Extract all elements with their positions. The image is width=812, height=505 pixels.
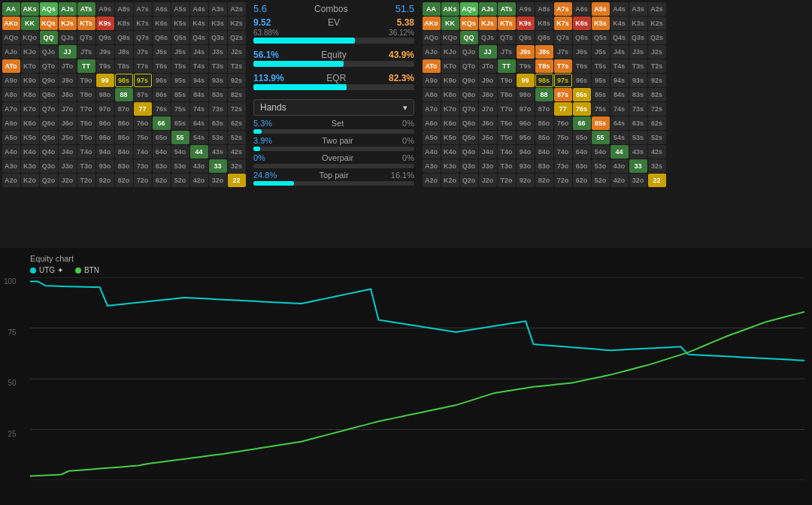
- left-cell-6-11[interactable]: 83s: [209, 88, 227, 101]
- right-cell-0-11[interactable]: A3s: [629, 2, 647, 16]
- left-cell-2-6[interactable]: Q8s: [115, 31, 133, 44]
- left-cell-12-1[interactable]: K2o: [21, 174, 39, 187]
- right-cell-12-9[interactable]: 52o: [592, 174, 610, 187]
- right-cell-5-11[interactable]: 93s: [629, 74, 647, 87]
- right-cell-6-0[interactable]: A8o: [423, 88, 441, 101]
- right-cell-9-5[interactable]: 95o: [517, 131, 535, 144]
- right-cell-9-9[interactable]: 55: [592, 131, 610, 144]
- left-cell-7-3[interactable]: J7o: [59, 102, 77, 116]
- left-cell-10-2[interactable]: Q4o: [40, 145, 58, 159]
- right-cell-10-7[interactable]: 74o: [554, 145, 572, 159]
- right-cell-5-4[interactable]: T9o: [498, 74, 516, 87]
- left-cell-8-8[interactable]: 66: [153, 116, 171, 130]
- right-cell-9-11[interactable]: 53s: [629, 131, 647, 144]
- right-cell-3-10[interactable]: J4s: [611, 45, 629, 59]
- left-cell-10-1[interactable]: K4o: [21, 145, 39, 159]
- left-cell-6-6[interactable]: 88: [115, 88, 133, 101]
- right-cell-11-7[interactable]: 73o: [554, 159, 572, 173]
- right-cell-12-0[interactable]: A2o: [423, 174, 441, 187]
- right-cell-12-3[interactable]: J2o: [479, 174, 497, 187]
- left-cell-3-12[interactable]: J2s: [228, 45, 246, 59]
- right-cell-6-6[interactable]: 88: [535, 88, 553, 101]
- left-cell-11-2[interactable]: Q3o: [40, 159, 58, 173]
- right-cell-10-0[interactable]: A4o: [423, 145, 441, 159]
- right-cell-8-4[interactable]: T6o: [498, 116, 516, 130]
- left-cell-2-5[interactable]: Q9s: [96, 31, 114, 44]
- left-cell-5-4[interactable]: T9o: [77, 74, 95, 87]
- right-cell-10-3[interactable]: J4o: [479, 145, 497, 159]
- left-cell-3-5[interactable]: J9s: [96, 45, 114, 59]
- right-cell-8-9[interactable]: 65s: [592, 116, 610, 130]
- left-cell-10-12[interactable]: 42s: [228, 145, 246, 159]
- right-cell-8-3[interactable]: J6o: [479, 116, 497, 130]
- left-cell-12-9[interactable]: 52o: [171, 174, 189, 187]
- left-cell-1-9[interactable]: K5s: [171, 17, 189, 30]
- left-cell-8-6[interactable]: 86o: [115, 116, 133, 130]
- left-cell-4-6[interactable]: T8s: [115, 59, 133, 73]
- right-cell-6-5[interactable]: 98o: [517, 88, 535, 101]
- right-cell-6-9[interactable]: 85s: [592, 88, 610, 101]
- left-cell-3-11[interactable]: J3s: [209, 45, 227, 59]
- left-cell-7-8[interactable]: 76s: [153, 102, 171, 116]
- left-cell-4-1[interactable]: KTo: [21, 59, 39, 73]
- right-cell-1-9[interactable]: K5s: [592, 17, 610, 30]
- right-cell-7-11[interactable]: 73s: [629, 102, 647, 116]
- left-cell-11-11[interactable]: 33: [209, 159, 227, 173]
- right-cell-1-3[interactable]: KJs: [479, 17, 497, 30]
- right-cell-12-2[interactable]: Q2o: [460, 174, 478, 187]
- left-cell-1-3[interactable]: KJs: [59, 17, 77, 30]
- left-cell-12-8[interactable]: 62o: [153, 174, 171, 187]
- left-cell-3-10[interactable]: J4s: [190, 45, 208, 59]
- right-cell-0-12[interactable]: A2s: [648, 2, 666, 16]
- left-cell-5-0[interactable]: A9o: [2, 74, 20, 87]
- right-cell-3-6[interactable]: J8s: [535, 45, 553, 59]
- left-cell-1-6[interactable]: K8s: [115, 17, 133, 30]
- right-cell-0-5[interactable]: A9s: [517, 2, 535, 16]
- right-cell-7-6[interactable]: 87o: [535, 102, 553, 116]
- left-cell-11-8[interactable]: 63o: [153, 159, 171, 173]
- left-cell-7-6[interactable]: 87o: [115, 102, 133, 116]
- right-cell-0-3[interactable]: AJs: [479, 2, 497, 16]
- left-cell-8-1[interactable]: K6o: [21, 116, 39, 130]
- left-cell-4-10[interactable]: T4s: [190, 59, 208, 73]
- right-cell-4-9[interactable]: T5s: [592, 59, 610, 73]
- left-cell-11-4[interactable]: T3o: [77, 159, 95, 173]
- left-cell-0-12[interactable]: A2s: [228, 2, 246, 16]
- right-cell-7-1[interactable]: K7o: [441, 102, 459, 116]
- left-cell-9-1[interactable]: K5o: [21, 131, 39, 144]
- right-cell-3-4[interactable]: JTs: [498, 45, 516, 59]
- right-cell-0-7[interactable]: A7s: [554, 2, 572, 16]
- left-cell-6-4[interactable]: T8o: [77, 88, 95, 101]
- right-cell-11-9[interactable]: 53o: [592, 159, 610, 173]
- left-cell-10-5[interactable]: 94o: [96, 145, 114, 159]
- right-cell-3-0[interactable]: AJo: [423, 45, 441, 59]
- left-cell-9-9[interactable]: 55: [171, 131, 189, 144]
- right-cell-5-2[interactable]: Q9o: [460, 74, 478, 87]
- right-cell-1-5[interactable]: K9s: [517, 17, 535, 30]
- right-cell-4-6[interactable]: T8s: [535, 59, 553, 73]
- left-cell-8-10[interactable]: 64s: [190, 116, 208, 130]
- left-cell-1-10[interactable]: K4s: [190, 17, 208, 30]
- right-cell-11-0[interactable]: A3o: [423, 159, 441, 173]
- right-cell-2-3[interactable]: QJs: [479, 31, 497, 44]
- right-cell-10-6[interactable]: 84o: [535, 145, 553, 159]
- right-cell-3-5[interactable]: J9s: [517, 45, 535, 59]
- left-cell-7-1[interactable]: K7o: [21, 102, 39, 116]
- right-cell-8-1[interactable]: K6o: [441, 116, 459, 130]
- right-cell-10-8[interactable]: 64o: [573, 145, 591, 159]
- right-cell-1-0[interactable]: AKo: [423, 17, 441, 30]
- left-cell-4-9[interactable]: T5s: [171, 59, 189, 73]
- left-cell-9-10[interactable]: 54s: [190, 131, 208, 144]
- left-cell-6-5[interactable]: 98o: [96, 88, 114, 101]
- left-cell-5-9[interactable]: 95s: [171, 74, 189, 87]
- right-cell-3-11[interactable]: J3s: [629, 45, 647, 59]
- right-cell-2-11[interactable]: Q3s: [629, 31, 647, 44]
- right-cell-10-11[interactable]: 43s: [629, 145, 647, 159]
- right-cell-1-11[interactable]: K3s: [629, 17, 647, 30]
- right-cell-6-11[interactable]: 83s: [629, 88, 647, 101]
- right-cell-12-6[interactable]: 82o: [535, 174, 553, 187]
- right-cell-8-2[interactable]: Q6o: [460, 116, 478, 130]
- right-cell-9-12[interactable]: 52s: [648, 131, 666, 144]
- left-cell-1-12[interactable]: K2s: [228, 17, 246, 30]
- right-cell-8-10[interactable]: 64s: [611, 116, 629, 130]
